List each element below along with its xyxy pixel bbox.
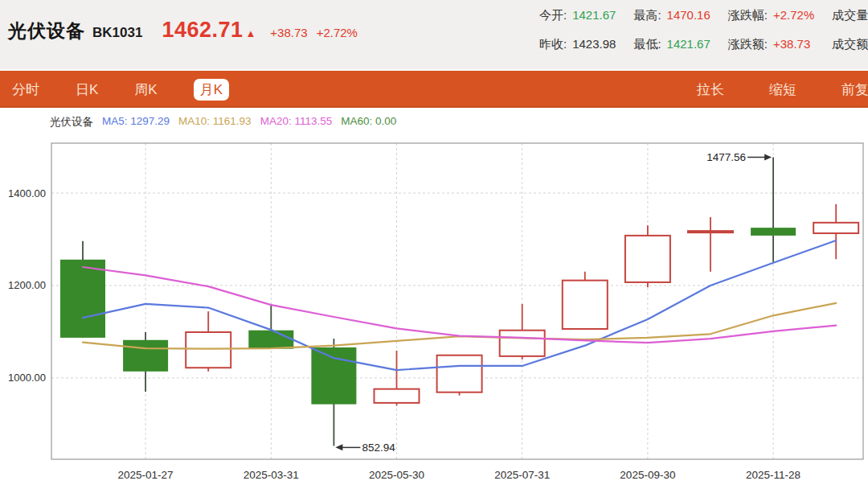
quote-open: 今开: 1421.67 <box>539 8 616 23</box>
tab-monthly-k[interactable]: 月K <box>194 79 229 101</box>
svg-text:2025-01-27: 2025-01-27 <box>118 469 174 481</box>
stock-title-block: 光伏设备 BK1031 1462.71 ▲ +38.73 +2.72% <box>8 18 358 43</box>
candlestick-chart[interactable]: 1400.001200.001000.002025-01-272025-03-3… <box>0 138 868 489</box>
quote-change-amount: 涨跌额: +38.73 <box>728 37 814 52</box>
quote-header: 光伏设备 BK1031 1462.71 ▲ +38.73 +2.72% 今开: … <box>0 0 868 71</box>
tab-daily-k[interactable]: 日K <box>76 80 98 99</box>
svg-text:2025-11-28: 2025-11-28 <box>746 469 800 481</box>
quote-high: 最高: 1470.16 <box>633 8 710 23</box>
chart-panel: 光伏设备 MA5: 1297.29 MA10: 1161.93 MA20: 11… <box>0 108 868 489</box>
svg-text:2025-03-31: 2025-03-31 <box>244 469 299 481</box>
current-price: 1462.71 <box>162 18 243 43</box>
quote-grid: 今开: 1421.67 最高: 1470.16 涨跌幅: +2.72% 成交量:… <box>539 8 868 52</box>
zoom-out-button[interactable]: 拉长 <box>697 80 724 99</box>
tab-weekly-k[interactable]: 周K <box>134 80 157 99</box>
zoom-in-button[interactable]: 缩短 <box>769 80 796 99</box>
legend-ma20: MA20: 1113.55 <box>260 115 333 129</box>
svg-text:1400.00: 1400.00 <box>8 187 46 199</box>
tab-minute[interactable]: 分时 <box>12 80 39 99</box>
svg-text:2025-05-30: 2025-05-30 <box>369 469 424 481</box>
svg-text:852.94: 852.94 <box>362 442 395 454</box>
legend-ma5: MA5: 1297.29 <box>102 115 170 129</box>
stock-name: 光伏设备 <box>8 18 85 43</box>
legend-symbol: 光伏设备 <box>50 115 93 129</box>
chart-actions: 拉长 缩短 前复权 <box>697 80 868 99</box>
up-arrow-icon: ▲ <box>245 27 256 39</box>
stock-code: BK1031 <box>92 25 142 41</box>
legend-ma10: MA10: 1161.93 <box>178 115 252 129</box>
price-change-percent: +2.72% <box>317 26 358 39</box>
quote-change-percent: 涨跌幅: +2.72% <box>728 8 814 23</box>
quote-prev-close: 昨收: 1423.98 <box>539 37 616 52</box>
quote-low: 最低: 1421.67 <box>633 37 710 52</box>
price-change: +38.73 <box>270 26 307 39</box>
svg-text:1200.00: 1200.00 <box>8 279 46 291</box>
quote-volume: 成交量: 4468万 <box>832 8 868 23</box>
svg-text:1477.56: 1477.56 <box>706 151 746 163</box>
legend-ma60: MA60: 0.00 <box>341 115 396 129</box>
svg-text:1000.00: 1000.00 <box>8 372 46 384</box>
ma-legend: 光伏设备 MA5: 1297.29 MA10: 1161.93 MA20: 11… <box>50 115 396 129</box>
svg-text:2025-07-31: 2025-07-31 <box>494 469 550 481</box>
svg-text:2025-09-30: 2025-09-30 <box>620 469 675 481</box>
quote-turnover: 成交额: 927.7亿 <box>832 37 868 52</box>
forward-adjust-button[interactable]: 前复权 <box>841 80 868 99</box>
period-tabs: 分时 日K 周K 月K <box>0 79 229 101</box>
period-nav: 分时 日K 周K 月K 拉长 缩短 前复权 <box>0 71 868 108</box>
